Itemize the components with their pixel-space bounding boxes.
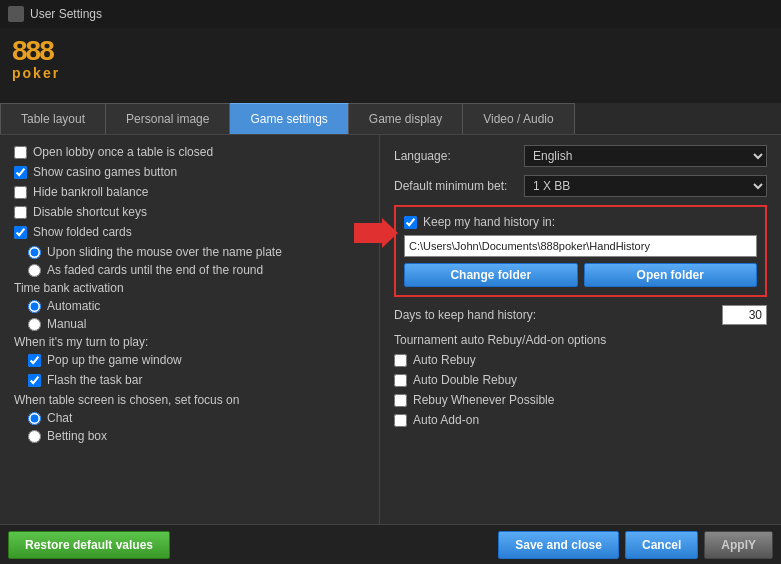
left-panel: Open lobby once a table is closed Show c… bbox=[0, 135, 380, 524]
popup-game-item: Pop up the game window bbox=[14, 353, 365, 367]
show-casino-label: Show casino games button bbox=[33, 165, 177, 179]
betting-box-radio[interactable] bbox=[28, 430, 41, 443]
keep-history-checkbox[interactable] bbox=[404, 216, 417, 229]
tournament-title: Tournament auto Rebuy/Add-on options bbox=[394, 333, 767, 347]
popup-game-label: Pop up the game window bbox=[47, 353, 182, 367]
manual-radio[interactable] bbox=[28, 318, 41, 331]
tab-video-audio[interactable]: Video / Audio bbox=[463, 103, 575, 134]
flash-taskbar-item: Flash the task bar bbox=[14, 373, 365, 387]
rebuy-whenever-label: Rebuy Whenever Possible bbox=[413, 393, 554, 407]
hide-bankroll-item: Hide bankroll balance bbox=[14, 185, 365, 199]
save-close-button[interactable]: Save and close bbox=[498, 531, 619, 559]
disable-shortcut-label: Disable shortcut keys bbox=[33, 205, 147, 219]
automatic-item: Automatic bbox=[14, 299, 365, 313]
as-faded-item: As faded cards until the end of the roun… bbox=[14, 263, 365, 277]
logo-brand: poker bbox=[12, 65, 82, 81]
logo-number: 888 bbox=[12, 37, 82, 65]
rebuy-whenever-checkbox[interactable] bbox=[394, 394, 407, 407]
open-folder-button[interactable]: Open folder bbox=[584, 263, 758, 287]
logo-area: 888 poker bbox=[0, 28, 781, 103]
change-folder-button[interactable]: Change folder bbox=[404, 263, 578, 287]
disable-shortcut-item: Disable shortcut keys bbox=[14, 205, 365, 219]
as-faded-radio[interactable] bbox=[28, 264, 41, 277]
chat-label: Chat bbox=[47, 411, 72, 425]
auto-addon-item: Auto Add-on bbox=[394, 413, 767, 427]
days-input[interactable] bbox=[722, 305, 767, 325]
tab-table-layout[interactable]: Table layout bbox=[0, 103, 106, 134]
restore-defaults-button[interactable]: Restore default values bbox=[8, 531, 170, 559]
open-lobby-label: Open lobby once a table is closed bbox=[33, 145, 213, 159]
auto-rebuy-checkbox[interactable] bbox=[394, 354, 407, 367]
manual-item: Manual bbox=[14, 317, 365, 331]
manual-label: Manual bbox=[47, 317, 86, 331]
show-casino-checkbox[interactable] bbox=[14, 166, 27, 179]
hand-history-header: Keep my hand history in: bbox=[404, 215, 757, 229]
folder-path-input[interactable] bbox=[404, 235, 757, 257]
min-bet-label: Default minimum bet: bbox=[394, 179, 524, 193]
as-faded-label: As faded cards until the end of the roun… bbox=[47, 263, 263, 277]
auto-rebuy-label: Auto Rebuy bbox=[413, 353, 476, 367]
tab-game-display[interactable]: Game display bbox=[349, 103, 463, 134]
my-turn-label: When it's my turn to play: bbox=[14, 335, 365, 349]
show-folded-item: Show folded cards bbox=[14, 225, 365, 239]
language-label: Language: bbox=[394, 149, 524, 163]
app-icon bbox=[8, 6, 24, 22]
open-lobby-item: Open lobby once a table is closed bbox=[14, 145, 365, 159]
flash-taskbar-label: Flash the task bar bbox=[47, 373, 142, 387]
time-bank-label: Time bank activation bbox=[14, 281, 365, 295]
folder-buttons: Change folder Open folder bbox=[404, 263, 757, 287]
auto-rebuy-item: Auto Rebuy bbox=[394, 353, 767, 367]
focus-section-label: When table screen is chosen, set focus o… bbox=[14, 393, 365, 407]
auto-double-rebuy-item: Auto Double Rebuy bbox=[394, 373, 767, 387]
show-folded-label: Show folded cards bbox=[33, 225, 132, 239]
hide-bankroll-label: Hide bankroll balance bbox=[33, 185, 148, 199]
hand-history-box: Keep my hand history in: Change folder O… bbox=[394, 205, 767, 297]
title-bar: User Settings bbox=[0, 0, 781, 28]
red-arrow bbox=[354, 218, 398, 251]
days-row: Days to keep hand history: bbox=[394, 305, 767, 325]
min-bet-row: Default minimum bet: 1 X BB 2 X BB 3 X B… bbox=[394, 175, 767, 197]
flash-taskbar-checkbox[interactable] bbox=[28, 374, 41, 387]
auto-double-rebuy-label: Auto Double Rebuy bbox=[413, 373, 517, 387]
betting-box-label: Betting box bbox=[47, 429, 107, 443]
tab-game-settings[interactable]: Game settings bbox=[230, 103, 348, 134]
min-bet-select[interactable]: 1 X BB 2 X BB 3 X BB bbox=[524, 175, 767, 197]
upon-sliding-label: Upon sliding the mouse over the name pla… bbox=[47, 245, 282, 259]
show-casino-item: Show casino games button bbox=[14, 165, 365, 179]
chat-radio[interactable] bbox=[28, 412, 41, 425]
language-row: Language: English Spanish French German bbox=[394, 145, 767, 167]
auto-addon-checkbox[interactable] bbox=[394, 414, 407, 427]
auto-addon-label: Auto Add-on bbox=[413, 413, 479, 427]
rebuy-whenever-item: Rebuy Whenever Possible bbox=[394, 393, 767, 407]
auto-double-rebuy-checkbox[interactable] bbox=[394, 374, 407, 387]
upon-sliding-radio[interactable] bbox=[28, 246, 41, 259]
disable-shortcut-checkbox[interactable] bbox=[14, 206, 27, 219]
cancel-button[interactable]: Cancel bbox=[625, 531, 698, 559]
days-label: Days to keep hand history: bbox=[394, 308, 722, 322]
chat-item: Chat bbox=[14, 411, 365, 425]
apply-button[interactable]: ApplY bbox=[704, 531, 773, 559]
tabs-bar: Table layout Personal image Game setting… bbox=[0, 103, 781, 135]
hide-bankroll-checkbox[interactable] bbox=[14, 186, 27, 199]
keep-history-label: Keep my hand history in: bbox=[423, 215, 555, 229]
language-select[interactable]: English Spanish French German bbox=[524, 145, 767, 167]
right-panel: Language: English Spanish French German … bbox=[380, 135, 781, 524]
svg-marker-0 bbox=[354, 218, 398, 248]
upon-sliding-item: Upon sliding the mouse over the name pla… bbox=[14, 245, 365, 259]
open-lobby-checkbox[interactable] bbox=[14, 146, 27, 159]
show-folded-checkbox[interactable] bbox=[14, 226, 27, 239]
main-content: Open lobby once a table is closed Show c… bbox=[0, 135, 781, 524]
automatic-radio[interactable] bbox=[28, 300, 41, 313]
betting-box-item: Betting box bbox=[14, 429, 365, 443]
tab-personal-image[interactable]: Personal image bbox=[106, 103, 230, 134]
bottom-bar: Restore default values Save and close Ca… bbox=[0, 524, 781, 564]
popup-game-checkbox[interactable] bbox=[28, 354, 41, 367]
title-bar-text: User Settings bbox=[30, 7, 102, 21]
logo: 888 poker bbox=[12, 37, 82, 95]
automatic-label: Automatic bbox=[47, 299, 100, 313]
